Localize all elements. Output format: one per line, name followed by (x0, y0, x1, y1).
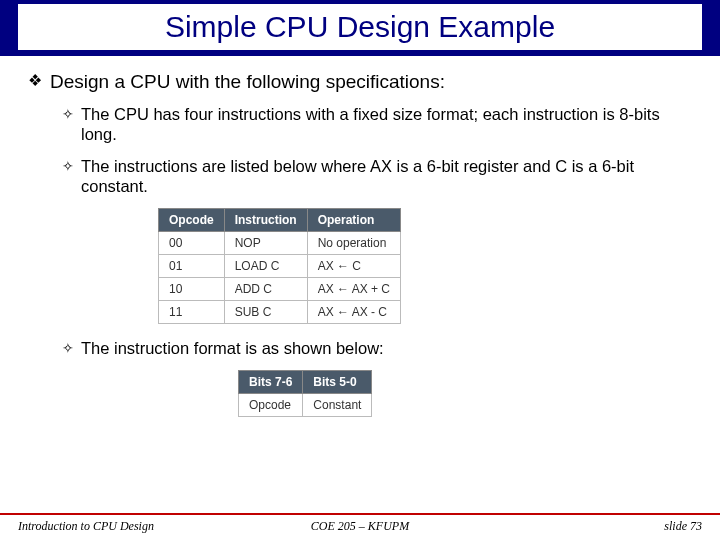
instruction-table: Opcode Instruction Operation 00 NOP No o… (158, 208, 401, 324)
table-row: 00 NOP No operation (159, 232, 401, 255)
bullet-sub3-text: The instruction format is as shown below… (81, 338, 384, 358)
cell: AX ← AX - C (307, 301, 400, 324)
th-bits76: Bits 7-6 (239, 371, 303, 394)
cell: ADD C (224, 278, 307, 301)
footer-mid: COE 205 – KFUPM (246, 519, 474, 534)
title-bar: Simple CPU Design Example (0, 0, 720, 56)
cell: NOP (224, 232, 307, 255)
th-operation: Operation (307, 209, 400, 232)
bullet-sub2: ✧ The instructions are listed below wher… (62, 156, 692, 196)
cell: 11 (159, 301, 225, 324)
bullet-sub3: ✧ The instruction format is as shown bel… (62, 338, 692, 358)
cell: LOAD C (224, 255, 307, 278)
cell: 10 (159, 278, 225, 301)
bullet-sub1: ✧ The CPU has four instructions with a f… (62, 104, 692, 144)
th-bits50: Bits 5-0 (303, 371, 372, 394)
cross-icon: ✧ (62, 338, 74, 358)
cell: AX ← AX + C (307, 278, 400, 301)
table-row: Opcode Constant (239, 394, 372, 417)
instruction-table-wrap: Opcode Instruction Operation 00 NOP No o… (158, 208, 692, 324)
cross-icon: ✧ (62, 104, 74, 124)
cell: 01 (159, 255, 225, 278)
bullet-sub1-text: The CPU has four instructions with a fix… (81, 104, 692, 144)
bullet-main: ❖ Design a CPU with the following specif… (28, 70, 692, 94)
bullet-sub2-text: The instructions are listed below where … (81, 156, 692, 196)
table-row: 01 LOAD C AX ← C (159, 255, 401, 278)
cell: Opcode (239, 394, 303, 417)
table-header-row: Opcode Instruction Operation (159, 209, 401, 232)
format-table-wrap: Bits 7-6 Bits 5-0 Opcode Constant (238, 370, 692, 417)
cell: SUB C (224, 301, 307, 324)
slide-content: ❖ Design a CPU with the following specif… (0, 56, 720, 417)
bullet-main-text: Design a CPU with the following specific… (50, 70, 445, 94)
footer-left: Introduction to CPU Design (18, 519, 246, 534)
cell: No operation (307, 232, 400, 255)
title-inner: Simple CPU Design Example (18, 4, 702, 50)
cross-icon: ✧ (62, 156, 74, 176)
table-row: 10 ADD C AX ← AX + C (159, 278, 401, 301)
format-table: Bits 7-6 Bits 5-0 Opcode Constant (238, 370, 372, 417)
table-header-row: Bits 7-6 Bits 5-0 (239, 371, 372, 394)
cell: Constant (303, 394, 372, 417)
footer-right: slide 73 (474, 519, 702, 534)
table-row: 11 SUB C AX ← AX - C (159, 301, 401, 324)
th-instruction: Instruction (224, 209, 307, 232)
slide-title: Simple CPU Design Example (18, 10, 702, 44)
diamond-icon: ❖ (28, 70, 42, 92)
footer: Introduction to CPU Design COE 205 – KFU… (0, 513, 720, 540)
th-opcode: Opcode (159, 209, 225, 232)
cell: 00 (159, 232, 225, 255)
cell: AX ← C (307, 255, 400, 278)
